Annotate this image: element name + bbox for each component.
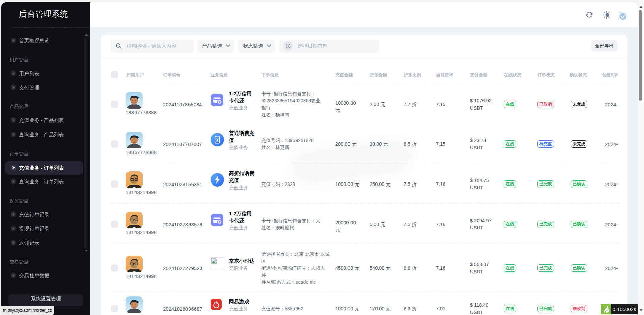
svg-text:¥: ¥ [216,138,219,142]
